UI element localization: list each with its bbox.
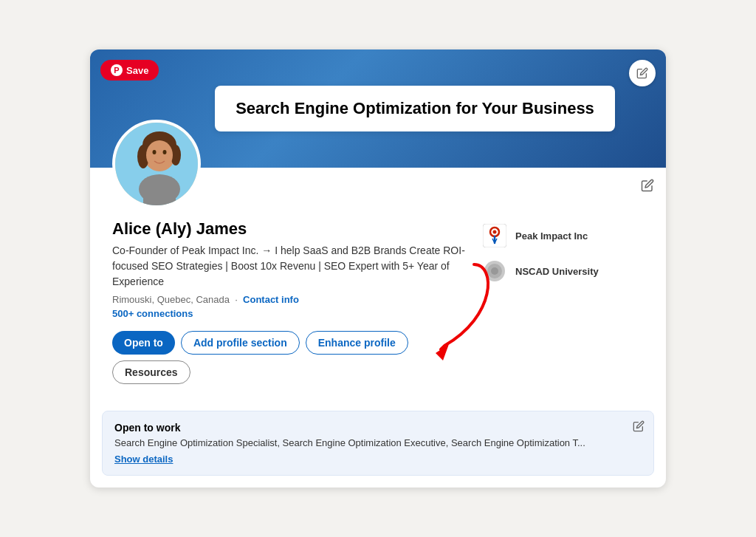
profile-card: P Save (90, 49, 666, 487)
open-to-button[interactable]: Open to (112, 331, 175, 355)
profile-right-column: Peak Impact Inc NSCAD University (481, 219, 644, 384)
action-buttons-row: Open to Add profile section Enhance prof… (112, 331, 467, 384)
banner-text-box: Search Engine Optimization for Your Busi… (215, 86, 615, 131)
edit-profile-button[interactable] (641, 179, 654, 196)
location-text: Rimouski, Quebec, Canada (112, 294, 230, 305)
profile-location: Rimouski, Quebec, Canada · Contact info (112, 294, 467, 305)
enhance-profile-button[interactable]: Enhance profile (306, 331, 408, 355)
company-peak-impact: Peak Impact Inc (481, 222, 644, 249)
connections-link[interactable]: 500+ connections (112, 308, 467, 319)
peak-impact-logo (481, 222, 508, 249)
profile-banner: P Save (90, 49, 666, 168)
open-to-work-title: Open to work (114, 422, 624, 434)
open-to-work-section: Open to work Search Engine Optimization … (102, 411, 654, 475)
show-details-link[interactable]: Show details (114, 454, 624, 465)
svg-rect-9 (143, 178, 176, 208)
svg-point-13 (493, 230, 497, 234)
svg-marker-10 (436, 344, 449, 360)
profile-left-column: Alice (Aly) James Co-Founder of Peak Imp… (112, 219, 467, 384)
peak-impact-name: Peak Impact Inc (515, 230, 588, 242)
profile-headline: Co-Founder of Peak Impact Inc. → I help … (112, 243, 467, 290)
resources-button[interactable]: Resources (112, 360, 190, 384)
svg-point-5 (146, 140, 173, 170)
edit-banner-button[interactable] (629, 60, 656, 86)
svg-point-6 (153, 150, 157, 154)
add-profile-section-button[interactable]: Add profile section (181, 331, 300, 355)
edit-open-to-work-button[interactable] (633, 420, 645, 435)
profile-name: Alice (Aly) James (112, 219, 467, 239)
pinterest-icon: P (111, 64, 123, 76)
avatar (112, 120, 201, 208)
contact-info-link[interactable]: Contact info (243, 294, 299, 305)
company-nscad: NSCAD University (481, 258, 644, 284)
pinterest-save-label: Save (126, 65, 148, 76)
profile-main-content: Alice (Aly) James Co-Founder of Peak Imp… (112, 219, 644, 384)
svg-point-7 (163, 150, 167, 154)
banner-title: Search Engine Optimization for Your Busi… (236, 99, 594, 117)
pinterest-save-button[interactable]: P Save (100, 60, 159, 81)
open-to-work-description: Search Engine Optimization Specialist, S… (114, 437, 624, 450)
nscad-name: NSCAD University (515, 266, 599, 277)
svg-point-16 (491, 267, 498, 275)
nscad-logo (481, 258, 508, 284)
